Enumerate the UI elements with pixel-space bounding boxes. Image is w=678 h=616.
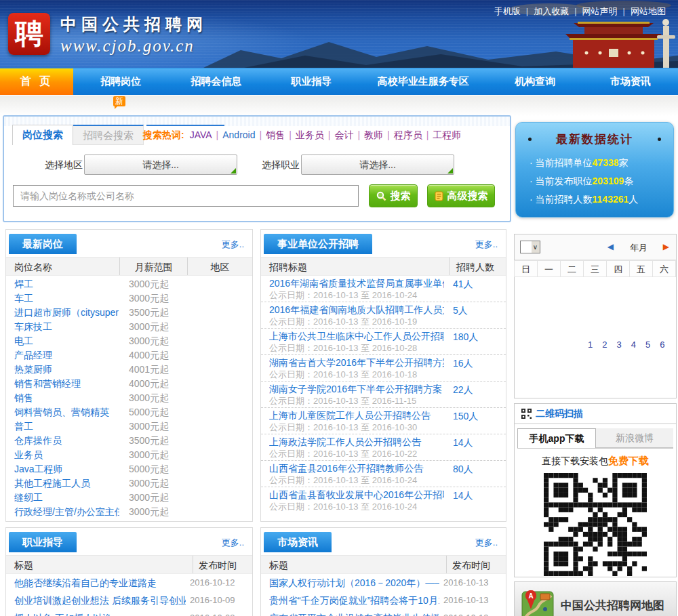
nav-item-6[interactable]: 市场资讯 [583, 68, 678, 95]
job-link[interactable]: 产品经理 [6, 348, 119, 363]
job-link[interactable]: 车床技工 [6, 320, 119, 334]
job-link[interactable]: 缝纫工 [6, 491, 119, 505]
calendar-next-icon[interactable]: ▶ [663, 242, 669, 251]
job-link[interactable]: Java工程师 [6, 462, 119, 476]
career-guide-tab[interactable]: 职业指导 [9, 532, 77, 552]
nav-item-3[interactable]: 职业指导 [264, 68, 359, 95]
calendar-date[interactable]: 6 [660, 340, 664, 350]
job-link[interactable]: 行政经理/主管/办公室主任 [6, 505, 119, 519]
recruit-count: 14人 [453, 490, 473, 502]
public-recruit-tab[interactable]: 事业单位公开招聘 [264, 234, 372, 254]
job-link[interactable]: 焊工 [6, 277, 119, 291]
advanced-search-button[interactable]: 高级搜索 [427, 184, 495, 207]
calendar-weekday: 一 [537, 260, 561, 277]
qr-code [544, 473, 647, 576]
job-link[interactable]: 销售 [6, 391, 119, 405]
news-title-link[interactable]: 贵州省“千企万岗促就业”招聘会将于10月15... [261, 592, 439, 609]
calendar-date[interactable]: 2 [602, 340, 607, 350]
recruit-title-link[interactable]: 山西省盂县2016年公开招聘教师公告 [269, 463, 444, 474]
calendar-date[interactable]: 4 [631, 340, 636, 350]
header-link-1[interactable]: 加入收藏 [534, 6, 569, 16]
header-link-0[interactable]: 手机版 [494, 6, 521, 16]
recruit-item: 上海市儿童医院工作人员公开招聘公告150人公示日期：2016-10-13 至 2… [261, 408, 506, 434]
job-salary: 5000元起 [119, 405, 194, 419]
hot-word-link[interactable]: JAVA [190, 129, 212, 140]
tab-job-search[interactable]: 岗位搜索 [12, 125, 73, 145]
recruit-title-link[interactable]: 2016年湖南省质量技术监督局直属事业单位公... [269, 278, 444, 289]
career-guide-more-link[interactable]: 更多.. [222, 537, 244, 549]
hot-word-link[interactable]: 程序员 [394, 129, 422, 140]
tab-jobfair-search[interactable]: 招聘会搜索 [73, 125, 144, 145]
job-salary: 4000元起 [119, 377, 194, 391]
header-link-2[interactable]: 网站声明 [582, 6, 618, 16]
nav-item-4[interactable]: 高校毕业生服务专区 [359, 68, 487, 95]
job-link[interactable]: 仓库操作员 [6, 434, 119, 448]
job-link[interactable]: 饲料营销员、营销精英 [6, 405, 119, 419]
recruit-title-link[interactable]: 湖南省吉首大学2016年下半年公开招聘方案 [269, 357, 444, 369]
news-title-link[interactable]: 国家人权行动计划（2016－2020年）——社... [261, 574, 439, 592]
market-news-more-link[interactable]: 更多.. [475, 537, 498, 549]
recruit-title-link[interactable]: 山西省盂县畜牧业发展中心2016年公开招聘所... [269, 489, 444, 501]
map-banner[interactable]: A 中国公共招聘网地图 [514, 581, 677, 616]
job-salary: 3000元起 [119, 491, 194, 505]
calendar-prev-icon[interactable]: ◀ [607, 242, 614, 251]
market-news-tab[interactable]: 市场资讯 [264, 532, 332, 552]
job-link[interactable]: 热菜厨师 [6, 363, 119, 377]
calendar-date[interactable]: 3 [616, 340, 621, 350]
recruit-date: 公示日期：2016-10-13 至 2016-10-30 [269, 422, 506, 434]
panel-header: 职业指导 更多.. [6, 528, 252, 555]
job-link[interactable]: 其他工程施工人员 [6, 476, 119, 491]
job-link[interactable]: 车工 [6, 291, 119, 306]
column-region: 地区 [187, 258, 252, 275]
recruit-title-link[interactable]: 上海政法学院工作人员公开招聘公告 [269, 436, 444, 448]
region-select[interactable]: 请选择... [84, 155, 237, 175]
nav-item-0[interactable]: 首 页 [0, 68, 73, 95]
nav-item-5[interactable]: 机构查询 [487, 68, 582, 95]
hot-word-link[interactable]: 会计 [334, 129, 353, 140]
download-highlight-link[interactable]: 免费下载 [608, 455, 649, 466]
recruit-count: 14人 [453, 437, 473, 449]
nav-item-1[interactable]: 招聘岗位 [73, 68, 168, 95]
calendar-select[interactable]: ∨ [520, 241, 540, 253]
stat-prefix: 当前招聘人数 [536, 194, 593, 205]
job-link[interactable]: 进口超市厨师（citysuper） [6, 306, 119, 320]
search-button[interactable]: 搜索 [369, 184, 418, 207]
hot-word-link[interactable]: Android [222, 129, 255, 140]
latest-jobs-tab[interactable]: 最新岗位 [9, 234, 77, 254]
recruit-date: 公示日期：2016-10-13 至 2016-11-15 [269, 395, 506, 407]
hot-word-link[interactable]: 工程师 [433, 129, 461, 140]
recruit-title-link[interactable]: 上海市儿童医院工作人员公开招聘公告 [269, 410, 444, 422]
job-link[interactable]: 电工 [6, 334, 119, 348]
search-input[interactable] [13, 185, 359, 207]
job-link[interactable]: 销售和营销经理 [6, 377, 119, 391]
qr-tab-0[interactable]: 手机app下载 [517, 428, 596, 448]
latest-jobs-more-link[interactable]: 更多.. [222, 239, 244, 251]
header-link-3[interactable]: 网站地图 [631, 6, 666, 16]
magnifier-icon [376, 191, 386, 201]
calendar-weekday: 六 [652, 260, 676, 277]
job-link[interactable]: 业务员 [6, 448, 119, 462]
job-link[interactable]: 普工 [6, 419, 119, 434]
news-title-link[interactable]: 授人以鱼 不如授人以渔 [6, 609, 186, 616]
job-select[interactable]: 请选择... [301, 155, 454, 175]
public-recruit-more-link[interactable]: 更多.. [475, 239, 498, 251]
recruit-title-link[interactable]: 上海市公共卫生临床中心工作人员公开招聘公告 [269, 331, 444, 342]
site-logo[interactable]: 聘 中国公共招聘网 www.cjob.gov.cn [8, 13, 207, 56]
job-salary: 3000元起 [119, 476, 194, 491]
qr-tab-1[interactable]: 新浪微博 [596, 428, 673, 448]
news-title-link[interactable]: 创业培训激起创业想法 后续服务引导创业成功 [6, 592, 186, 609]
search-input-row: 搜索 高级搜索 [4, 184, 510, 209]
news-row: 国家人权行动计划（2016－2020年）——社...2016-10-13 [261, 574, 506, 592]
hot-word-link[interactable]: 业务员 [296, 129, 324, 140]
recruit-title-link[interactable]: 湖南女子学院2016年下半年公开招聘方案 [269, 384, 444, 395]
nav-item-2[interactable]: 招聘会信息 [168, 68, 263, 95]
news-title-link[interactable]: 广东省开平市企业设摊向高校毕业生伸橄榄枝... [261, 609, 439, 616]
stat-number: 1143261 [593, 194, 629, 205]
calendar-date[interactable]: 1 [588, 340, 593, 350]
calendar-date[interactable]: 5 [645, 340, 650, 350]
hot-word-link[interactable]: 销售 [266, 129, 285, 140]
recruit-title-link[interactable]: 2016年福建省闽南地质大队招聘工作人员方案... [269, 304, 444, 316]
table-header: 标题 发布时间 [261, 555, 506, 574]
hot-word-link[interactable]: 教师 [364, 129, 383, 140]
news-title-link[interactable]: 他能否继续沿着自己的专业道路走 [6, 574, 186, 592]
